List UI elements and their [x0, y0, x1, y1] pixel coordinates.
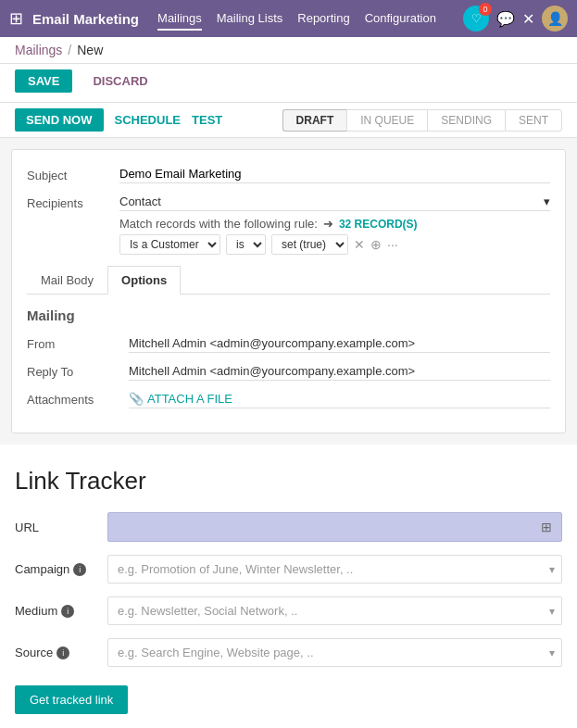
url-input[interactable]: [118, 521, 541, 534]
discard-button[interactable]: DISCARD: [80, 69, 160, 93]
paperclip-icon: 📎: [129, 392, 144, 406]
app-grid-icon[interactable]: ⊞: [9, 8, 23, 29]
step-draft[interactable]: DRAFT: [282, 109, 347, 132]
rule-delete-icon[interactable]: ✕: [354, 237, 365, 252]
action-bar: SAVE DISCARD: [0, 64, 577, 103]
breadcrumb-parent[interactable]: Mailings: [15, 43, 62, 57]
medium-select[interactable]: e.g. Newsletter, Social Network, ..: [107, 596, 562, 625]
match-rule-text: Match records with the following rule:: [119, 217, 318, 231]
nav-reporting[interactable]: Reporting: [297, 7, 349, 31]
options-content: Mailing From Mitchell Admin <admin@yourc…: [27, 295, 550, 408]
campaign-label: Campaign i: [15, 562, 107, 576]
campaign-select[interactable]: e.g. Promotion of June, Winter Newslette…: [107, 555, 562, 584]
nav-mailing-lists[interactable]: Mailing Lists: [217, 7, 283, 31]
mailing-section-title: Mailing: [27, 308, 550, 323]
breadcrumb: Mailings / New: [0, 37, 577, 64]
recipients-arrow: ▾: [544, 195, 550, 208]
recipients-dropdown[interactable]: Contact ▾: [119, 193, 550, 211]
subject-value: [119, 165, 550, 183]
reply-to-row: Reply To Mitchell Admin <admin@yourcompa…: [27, 362, 550, 381]
medium-info-icon[interactable]: i: [61, 605, 74, 618]
send-now-button[interactable]: SEND NOW: [15, 108, 104, 132]
rule-field-select[interactable]: Is a Customer: [119, 234, 220, 255]
rule-add-icon[interactable]: ⊕: [370, 237, 382, 252]
rule-operator-select[interactable]: is: [226, 234, 266, 255]
source-row: Source i e.g. Search Engine, Website pag…: [15, 638, 562, 667]
status-steps: DRAFT IN QUEUE SENDING SENT: [282, 109, 562, 132]
subject-label: Subject: [27, 165, 119, 182]
url-label: URL: [15, 521, 107, 534]
nav-links: Mailings Mailing Lists Reporting Configu…: [157, 7, 463, 31]
attach-file-link[interactable]: 📎 ATTACH A FILE: [129, 392, 550, 406]
form-tabs: Mail Body Options: [27, 266, 550, 295]
rule-value-select[interactable]: set (true): [271, 234, 348, 255]
url-row: URL ⊞: [15, 512, 562, 542]
campaign-select-wrap: e.g. Promotion of June, Winter Newslette…: [107, 555, 562, 584]
step-sending[interactable]: SENDING: [427, 109, 505, 132]
link-tracker-title: Link Tracker: [15, 467, 562, 496]
tab-options[interactable]: Options: [107, 266, 181, 295]
rule-row: Is a Customer is set (true) ✕ ⊕ ···: [119, 234, 550, 255]
breadcrumb-current: New: [77, 43, 103, 57]
status-bar: SEND NOW SCHEDULE TEST DRAFT IN QUEUE SE…: [0, 103, 577, 138]
top-navigation: ⊞ Email Marketing Mailings Mailing Lists…: [0, 0, 577, 37]
from-value[interactable]: Mitchell Admin <admin@yourcompany.exampl…: [129, 334, 550, 353]
medium-select-wrap: e.g. Newsletter, Social Network, .. ▾: [107, 596, 562, 625]
source-select-wrap: e.g. Search Engine, Website page, .. ▾: [107, 638, 562, 667]
subject-input[interactable]: [119, 165, 550, 183]
match-rule-row: Match records with the following rule: ➜…: [119, 217, 550, 231]
campaign-info-icon[interactable]: i: [73, 563, 86, 576]
arrow-icon: ➜: [323, 217, 333, 231]
recipients-row: Recipients Contact ▾ Match records with …: [27, 193, 550, 255]
medium-label: Medium i: [15, 604, 107, 618]
test-button[interactable]: TEST: [192, 113, 222, 127]
nav-mailings[interactable]: Mailings: [157, 7, 202, 31]
form-card: Subject Recipients Contact ▾ Match recor…: [11, 149, 566, 433]
app-title: Email Marketing: [32, 11, 139, 27]
medium-row: Medium i e.g. Newsletter, Social Network…: [15, 596, 562, 625]
nav-configuration[interactable]: Configuration: [365, 7, 436, 31]
source-info-icon[interactable]: i: [56, 646, 69, 659]
nav-icons-group: ♡ 0 💬 ✕ 👤: [463, 6, 568, 31]
source-select[interactable]: e.g. Search Engine, Website page, ..: [107, 638, 562, 667]
attachments-label: Attachments: [27, 393, 129, 407]
step-sent[interactable]: SENT: [505, 109, 562, 132]
from-row: From Mitchell Admin <admin@yourcompany.e…: [27, 334, 550, 353]
recipients-label: Recipients: [27, 193, 119, 210]
breadcrumb-separator: /: [68, 43, 71, 57]
rule-more-icon[interactable]: ···: [387, 237, 398, 252]
discuss-icon-btn[interactable]: ♡ 0: [463, 6, 489, 31]
reply-to-label: Reply To: [27, 365, 129, 379]
recipients-text: Contact: [119, 195, 161, 208]
attachments-value: 📎 ATTACH A FILE: [129, 390, 550, 408]
subject-row: Subject: [27, 165, 550, 183]
recipients-value: Contact ▾ Match records with the followi…: [119, 193, 550, 255]
step-in-queue[interactable]: IN QUEUE: [346, 109, 427, 132]
save-button[interactable]: SAVE: [15, 69, 72, 93]
schedule-button[interactable]: SCHEDULE: [115, 113, 182, 127]
url-input-container[interactable]: ⊞: [107, 512, 562, 542]
source-label: Source i: [15, 646, 107, 659]
records-link[interactable]: 32 RECORD(S): [339, 218, 418, 231]
tab-mail-body[interactable]: Mail Body: [27, 266, 107, 295]
user-avatar[interactable]: 👤: [542, 6, 568, 31]
reply-to-value[interactable]: Mitchell Admin <admin@yourcompany.exampl…: [129, 362, 550, 381]
campaign-row: Campaign i e.g. Promotion of June, Winte…: [15, 555, 562, 584]
close-icon[interactable]: ✕: [522, 10, 534, 28]
speech-icon[interactable]: 💬: [496, 10, 515, 28]
link-tracker-section: Link Tracker URL ⊞ Campaign i e.g. Promo…: [0, 445, 577, 728]
clipboard-icon: ⊞: [541, 520, 552, 534]
discuss-badge: 0: [479, 3, 492, 16]
attachments-row: Attachments 📎 ATTACH A FILE: [27, 390, 550, 408]
from-label: From: [27, 337, 129, 351]
get-tracked-link-button[interactable]: Get tracked link: [15, 685, 128, 714]
